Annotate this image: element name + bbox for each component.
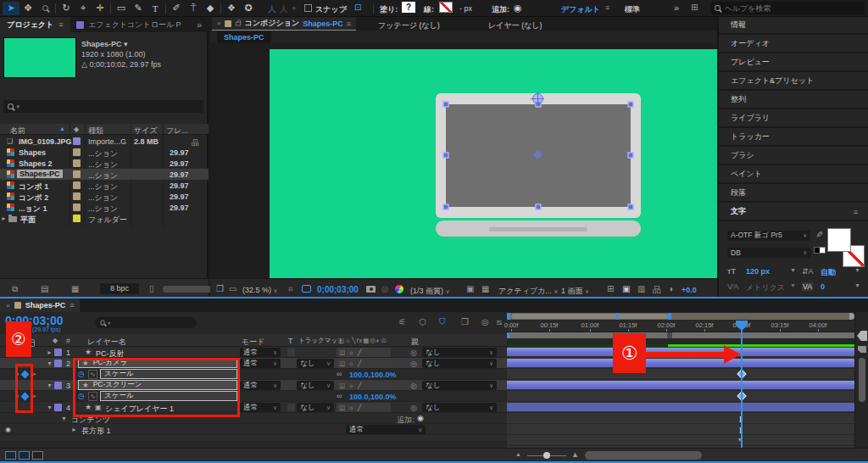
label-chip[interactable] xyxy=(73,215,81,222)
roto-brush-tool-icon[interactable]: ❖ xyxy=(223,2,240,15)
selection-handle[interactable] xyxy=(628,204,634,210)
project-row[interactable]: コンポ 1 ...ション 29.97 xyxy=(0,180,209,191)
project-row[interactable]: ❏ IMG_0109.JPG Importe...G 2.8 MB 品 xyxy=(0,136,209,147)
comp-name[interactable]: Shapes-PC ▾ xyxy=(81,39,161,49)
panel-menu-icon[interactable]: ≡ xyxy=(347,20,351,28)
project-row[interactable]: ...ョン 1 ...ション 29.97 xyxy=(0,202,209,213)
new-folder-icon[interactable]: ▤ xyxy=(41,284,48,293)
panel-tab-preview[interactable]: プレビュー xyxy=(719,54,868,72)
horizontal-scrollbar[interactable] xyxy=(163,286,212,293)
hand-tool-icon[interactable]: ✥ xyxy=(19,2,36,15)
label-chip[interactable] xyxy=(73,204,81,211)
frame-blend-master-icon[interactable] xyxy=(5,451,16,460)
label-chip[interactable] xyxy=(73,148,81,156)
label-chip[interactable] xyxy=(73,137,81,145)
expander-icon[interactable]: ► xyxy=(1,215,7,221)
label-chip[interactable] xyxy=(73,192,81,200)
safe-margins-icon[interactable]: ⌗ xyxy=(288,284,293,294)
vertical-scrollbar[interactable] xyxy=(859,358,865,402)
draft-3d-icon[interactable]: ⬡ xyxy=(419,317,426,326)
comp-marker-bin-icon[interactable] xyxy=(858,346,866,353)
font-family-select[interactable]: A-OTF 新ゴ Pr5∨ xyxy=(727,231,810,241)
help-search-input[interactable] xyxy=(725,4,860,13)
font-style-select[interactable]: DB∨ xyxy=(727,248,810,258)
panel-menu-icon[interactable]: ≡ xyxy=(58,20,63,29)
project-search-box[interactable]: ▾ xyxy=(3,100,203,113)
tracking-value[interactable]: 0 xyxy=(821,282,825,291)
help-search-box[interactable] xyxy=(710,2,865,14)
selection-handle[interactable] xyxy=(443,102,449,108)
project-row[interactable]: コンポ 2 ...ション 29.97 xyxy=(0,191,209,202)
work-area-end-marker[interactable] xyxy=(857,331,867,341)
type-tool-icon[interactable]: T xyxy=(147,2,164,15)
panel-menu-icon[interactable]: ≡ xyxy=(70,301,74,310)
navigator-view-handle[interactable] xyxy=(668,313,671,320)
panel-tab-info[interactable]: 情報 xyxy=(719,17,868,35)
comp-mini-flowchart-icon[interactable]: ⚟ xyxy=(398,317,406,326)
zoom-select[interactable]: (32.5 %) ∨ xyxy=(242,286,278,294)
show-snapshot-icon[interactable]: ◎ xyxy=(381,284,389,293)
label-chip[interactable] xyxy=(73,159,81,167)
exposure-value[interactable]: +0.0 xyxy=(682,286,697,294)
font-size-dropdown-icon[interactable]: ▼ xyxy=(790,267,796,273)
layer-bar-pc-camera[interactable] xyxy=(507,359,854,367)
leading-value[interactable]: 自動 xyxy=(821,267,836,278)
close-icon[interactable]: × xyxy=(6,302,10,310)
panel-tab-tracker[interactable]: トラッカー xyxy=(719,129,868,147)
tracking-dropdown-icon[interactable]: ▼ xyxy=(854,282,860,288)
project-search-input[interactable] xyxy=(23,103,199,111)
fill-swatch[interactable]: ? xyxy=(402,2,415,13)
project-row[interactable]: ► 平面 フォルダー xyxy=(0,213,209,224)
rotation-tool-icon[interactable]: ↻ xyxy=(58,2,75,15)
shape-tool-icon[interactable]: ▭ xyxy=(113,2,130,15)
clone-stamp-tool-icon[interactable]: ⍑ xyxy=(185,2,202,15)
stroke-label[interactable]: 線: xyxy=(424,4,434,15)
panel-tab-paint[interactable]: ペイント xyxy=(719,166,868,184)
axis-world-icon[interactable]: 人 xyxy=(280,3,288,15)
fill-color-swatch[interactable] xyxy=(827,228,851,252)
panel-menu-icon[interactable]: ≡ xyxy=(854,208,858,216)
tab-project[interactable]: プロジェクト ≡ xyxy=(0,17,70,32)
track-matte-column[interactable]: トラックマット xyxy=(298,337,344,345)
label-chip[interactable] xyxy=(73,181,81,189)
workspace-switcher-icon[interactable]: ⊞ xyxy=(691,3,698,12)
time-ruler[interactable]: 0:00f 00:15f 01:00f 01:15f 02:00f 02:15f… xyxy=(507,321,868,332)
motion-blur-master-icon[interactable] xyxy=(19,451,30,460)
kerning-dropdown-icon[interactable]: ▼ xyxy=(790,282,796,288)
panel-tab-align[interactable]: 整列 xyxy=(719,92,868,109)
font-size-value[interactable]: 120 px xyxy=(746,267,770,276)
playhead-line[interactable] xyxy=(741,321,743,448)
pan-behind-tool-icon[interactable]: ✛ xyxy=(92,2,108,15)
label-chip[interactable] xyxy=(73,170,81,178)
layer-bar-shape-layer[interactable] xyxy=(507,403,854,411)
close-icon[interactable]: × xyxy=(217,20,221,27)
graph-editor-icon[interactable]: ⧅ xyxy=(497,317,502,327)
sort-ascending-icon[interactable]: ▲ xyxy=(59,126,65,131)
viewer-timecode[interactable]: 0;00;03;00 xyxy=(317,285,359,294)
selection-handle[interactable] xyxy=(443,204,449,210)
workspace-menu-icon[interactable]: ≡ xyxy=(605,3,609,12)
time-navigator-bar[interactable] xyxy=(507,313,854,320)
fast-preview-icon[interactable]: ▣ xyxy=(622,284,630,293)
panel-tab-character[interactable]: 文字≡ xyxy=(719,204,868,221)
viewer-subtab[interactable]: Shapes-PC xyxy=(217,31,271,43)
monitor-icon[interactable]: ▭ xyxy=(229,284,236,293)
timeline-horizontal-scrollbar[interactable] xyxy=(585,451,702,460)
work-area-start[interactable] xyxy=(507,332,509,338)
project-row[interactable]: Shapes ...ション 29.97 xyxy=(0,147,209,158)
hide-shy-layers-icon[interactable]: ⛉ xyxy=(439,317,446,327)
selection-handle[interactable] xyxy=(443,153,449,159)
camera-tool-icon[interactable]: ⌖ xyxy=(75,2,92,15)
selection-handle[interactable] xyxy=(628,153,634,159)
timeline-search-box[interactable]: ▾ xyxy=(95,317,197,328)
fill-label[interactable]: 塗り: xyxy=(380,4,398,15)
exposure-icon[interactable]: ◑ xyxy=(668,284,673,293)
new-composition-icon[interactable]: ▦ xyxy=(71,284,79,293)
graph-master-icon[interactable] xyxy=(32,451,43,460)
comp-flowchart-icon[interactable]: 品 xyxy=(653,284,661,296)
interpret-footage-icon[interactable]: ⧉ xyxy=(12,284,18,294)
project-row-selected[interactable]: Shapes-PC ...ション 29.97 xyxy=(0,169,209,180)
stroke-swatch[interactable] xyxy=(439,2,453,13)
pen-tool-icon[interactable]: ✎ xyxy=(130,2,147,15)
panel-overflow[interactable]: » xyxy=(197,20,202,30)
